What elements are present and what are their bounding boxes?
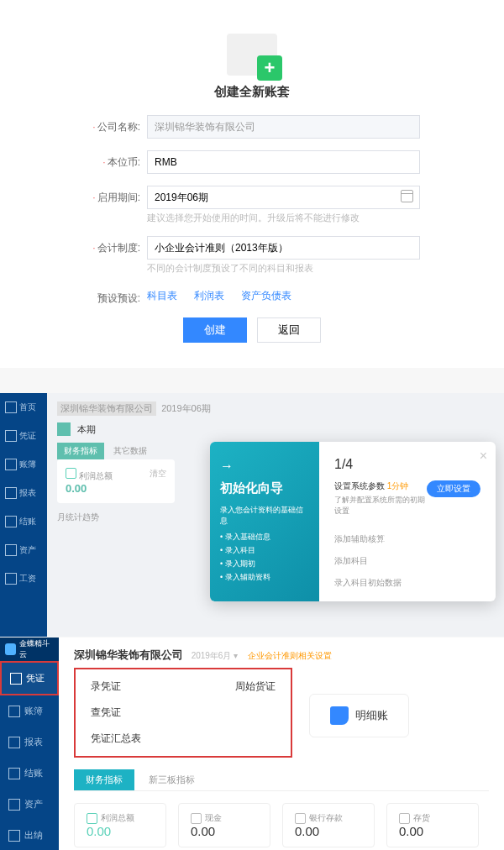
doc-icon	[87, 813, 97, 824]
arrow-icon: →	[220, 459, 309, 474]
wizard-modal: → 初始化向导 录入您会计资料的基础信息 录入基础信息 录入科目 录入期初 录入…	[210, 442, 496, 601]
sidebar: 首页 凭证 账簿 报表 结账 资产 工资	[0, 393, 47, 637]
wizard-action-button[interactable]: 立即设置	[427, 480, 480, 497]
sidebar-item[interactable]: 报表	[0, 479, 47, 507]
sidebar-item-cashier[interactable]: 出纳	[0, 820, 59, 850]
preset-link-balance[interactable]: 资产负债表	[241, 289, 291, 303]
sidebar-item-close[interactable]: 结账	[0, 758, 59, 789]
sidebar-item-voucher[interactable]: 凭证	[0, 661, 59, 695]
company-period[interactable]: 2019年6月 ▾	[192, 651, 239, 660]
stat-box-profit: 利润总额 0.00	[74, 803, 166, 847]
period-hint: 建议选择您开始使用的时间。升级后将不能进行修改	[147, 212, 420, 224]
close-icon[interactable]: ×	[480, 449, 487, 464]
preset-label: 预设预设:	[84, 286, 147, 306]
preset-link-profit[interactable]: 利润表	[194, 289, 224, 303]
sidebar-item[interactable]: 首页	[0, 393, 47, 422]
period-input[interactable]	[147, 186, 420, 209]
system-select[interactable]	[147, 236, 420, 260]
detail-card[interactable]: 明细账	[309, 694, 409, 737]
stat-card: 清空 利润总额 0.00	[57, 459, 175, 503]
trash-icon[interactable]: 清空	[150, 468, 166, 480]
sidebar2: 金蝶精斗云 凭证 账簿 报表 结账 资产 出纳 工资	[0, 638, 59, 850]
flyout-search[interactable]: 查凭证	[91, 706, 276, 720]
back-button[interactable]: 返回	[257, 317, 321, 343]
wizard-field-label: 设置系统参数	[334, 481, 385, 491]
wizard-checklist: 录入基础信息 录入科目 录入期初 录入辅助资料	[220, 532, 309, 583]
plus-icon: +	[257, 55, 282, 81]
company-label: 公司名称:	[84, 115, 147, 134]
company-input[interactable]	[147, 115, 420, 139]
tab-other[interactable]: 其它数据	[107, 443, 154, 459]
voucher-section: 金蝶精斗云 凭证 账簿 报表 结账 资产 出纳 工资 深圳锦华装饰有限公司 20…	[0, 638, 504, 850]
sidebar-item[interactable]: 工资	[0, 564, 47, 593]
doc-icon	[66, 468, 76, 479]
doc-icon	[399, 813, 410, 824]
sidebar-item-asset[interactable]: 资产	[0, 789, 59, 820]
stat-box-inventory: 存货 0.00	[386, 803, 479, 847]
create-button[interactable]: 创建	[183, 317, 247, 343]
system-label: 会计制度:	[84, 236, 147, 255]
wizard-sub3: 录入科目初始数据	[334, 577, 480, 589]
wizard-sub1: 添加辅助核算	[334, 533, 480, 545]
wizard-title: 初始化向导	[220, 480, 309, 496]
tab-finance[interactable]: 财务指标	[74, 769, 134, 790]
form-icon: +	[84, 34, 420, 76]
tab-bar: 财务指标 新三板指标	[74, 769, 489, 791]
card-label: 本期	[77, 423, 96, 436]
sidebar-item[interactable]: 资产	[0, 536, 47, 564]
flyout-summary[interactable]: 凭证汇总表	[91, 732, 276, 746]
dashboard-section: 首页 凭证 账簿 报表 结账 资产 工资 深圳锦华装饰有限公司 2019年06期…	[0, 393, 504, 637]
stat-box-bank: 银行存款 0.00	[282, 803, 375, 847]
wizard-step: 1/4	[334, 457, 480, 472]
sidebar-item[interactable]: 结账	[0, 507, 47, 536]
calendar-icon[interactable]	[401, 190, 413, 202]
step-icon	[57, 422, 71, 436]
currency-label: 本位币:	[84, 150, 147, 170]
wizard-badge: 1分钟	[387, 481, 409, 491]
currency-input[interactable]	[147, 150, 420, 174]
sidebar-item[interactable]: 凭证	[0, 422, 47, 450]
company-link[interactable]: 企业会计准则相关设置	[248, 651, 332, 660]
doc-icon	[191, 813, 202, 824]
company-bar: 深圳锦华装饰有限公司 2019年6月 ▾ 企业会计准则相关设置	[74, 648, 489, 663]
doc-icon	[295, 813, 306, 824]
sidebar-item-report[interactable]: 报表	[0, 727, 59, 758]
flyout-periodic[interactable]: 周始货证	[235, 679, 276, 694]
create-form-section: + 创建全新账套 公司名称: 本位币: 启用期间: 建议选择您开始使用的时间。升…	[0, 0, 504, 368]
wizard-sub2: 添加科目	[334, 555, 480, 567]
stat-value: 0.00	[66, 482, 166, 495]
brand-bar: 金蝶精斗云	[0, 638, 59, 661]
star-icon	[5, 643, 16, 655]
form-title: 创建全新账套	[84, 84, 420, 100]
voucher-flyout: 录凭证 周始货证 查凭证 凭证汇总表	[74, 668, 292, 758]
tag-icon	[330, 706, 349, 725]
flyout-record[interactable]: 录凭证	[91, 679, 121, 694]
system-hint: 不同的会计制度预设了不同的科目和报表	[147, 262, 420, 275]
stat-row: 利润总额 0.00 现金 0.00 银行存款 0.00 存货 0.00	[74, 803, 489, 847]
sidebar-item-ledger[interactable]: 账簿	[0, 695, 59, 727]
stat-box-cash: 现金 0.00	[178, 803, 270, 847]
header-bar: 深圳锦华装饰有限公司 2019年06期	[57, 400, 494, 422]
wizard-subtitle: 录入您会计资料的基础信息	[220, 505, 309, 527]
header-company: 深圳锦华装饰有限公司	[57, 401, 156, 416]
period-label: 启用期间:	[84, 186, 147, 205]
wizard-desc: 了解并配置系统所需的初期设置	[334, 495, 480, 517]
tab-neeq[interactable]: 新三板指标	[137, 769, 207, 790]
tab-finance[interactable]: 财务指标	[57, 443, 104, 459]
preset-link-accounts[interactable]: 科目表	[147, 289, 177, 303]
sidebar-item[interactable]: 账簿	[0, 450, 47, 479]
